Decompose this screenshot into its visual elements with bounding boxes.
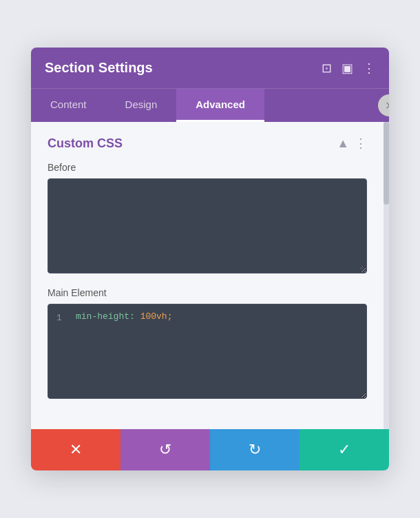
section-header: Custom CSS ▲ ⋮ (48, 136, 367, 151)
panel-content: Custom CSS ▲ ⋮ Before ⌟ Main Element 1 m… (31, 122, 389, 429)
cancel-button[interactable]: ✕ (31, 429, 120, 470)
tab-advanced[interactable]: Advanced (176, 89, 264, 122)
tab-content[interactable]: Content (31, 89, 106, 122)
panel-title: Section Settings (45, 60, 153, 76)
code-line-1: 1 min-height: 100vh; (56, 311, 358, 323)
css-value: 100vh; (140, 311, 173, 322)
more-icon[interactable]: ⋮ (363, 61, 375, 76)
action-bar: ✕ ↺ ↻ ✓ (31, 429, 389, 470)
panel-header: Section Settings ⊡ ▣ ⋮ (31, 48, 389, 88)
collapse-icon[interactable]: ▲ (337, 136, 349, 151)
scrollbar-track[interactable] (384, 122, 389, 429)
undo-button[interactable]: ↺ (120, 429, 210, 470)
code-content: min-height: 100vh; (76, 311, 172, 322)
section-controls: ▲ ⋮ (337, 136, 367, 151)
tabs-bar: Content Design Advanced ✕ (31, 88, 389, 122)
section-more-icon[interactable]: ⋮ (355, 136, 367, 151)
scrollbar-thumb[interactable] (384, 122, 389, 205)
close-button[interactable]: ✕ (378, 94, 389, 116)
redo-button[interactable]: ↻ (210, 429, 300, 470)
line-number: 1 (56, 311, 67, 323)
main-element-editor[interactable]: 1 min-height: 100vh; (48, 304, 367, 399)
focus-icon[interactable]: ⊡ (322, 61, 332, 76)
columns-icon[interactable]: ▣ (342, 61, 353, 76)
before-field-block: Before ⌟ (48, 162, 367, 273)
main-element-field-block: Main Element 1 min-height: 100vh; (48, 287, 367, 399)
tab-design[interactable]: Design (106, 89, 177, 122)
before-label: Before (48, 162, 367, 173)
section-title: Custom CSS (48, 136, 123, 151)
save-button[interactable]: ✓ (300, 429, 389, 470)
settings-panel: Section Settings ⊡ ▣ ⋮ Content Design Ad… (31, 48, 389, 470)
resize-handle-before: ⌟ (359, 260, 364, 270)
css-property: min-height: (76, 311, 135, 322)
main-element-label: Main Element (48, 287, 367, 298)
header-icons: ⊡ ▣ ⋮ (322, 61, 375, 76)
before-editor[interactable]: ⌟ (48, 178, 367, 273)
